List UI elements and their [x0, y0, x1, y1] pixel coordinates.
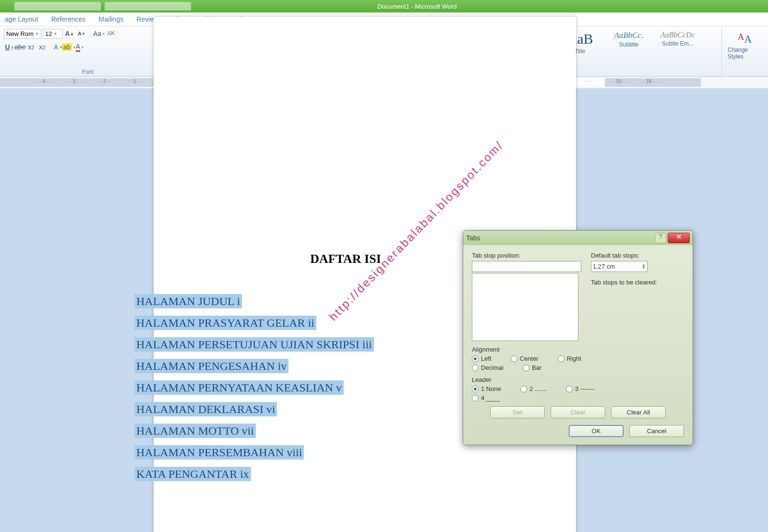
grow-font-icon[interactable]: A▲ — [64, 28, 75, 39]
style-tile[interactable]: AaBbCcDcSubtle Em... — [655, 28, 701, 49]
document-workspace[interactable]: DAFTAR ISI HALAMAN JUDUL iHALAMAN PRASYA… — [0, 89, 768, 532]
svg-text:A: A — [107, 30, 111, 37]
set-button[interactable]: Set — [490, 406, 545, 418]
align-right-radio[interactable]: Right — [558, 355, 581, 362]
cancel-button[interactable]: Cancel — [629, 425, 684, 437]
change-styles-group: AA Change Styles — [722, 26, 768, 76]
ribbon-tab[interactable]: References — [51, 15, 86, 23]
taskbar-tabs — [14, 2, 191, 11]
change-styles-button[interactable]: AA Change Styles — [726, 28, 764, 76]
tabs-dialog: Tabs ? ✕ Tab stop position: Default tab … — [463, 230, 693, 445]
group-label: Font — [4, 68, 172, 76]
font-size-combo[interactable]: 12▼ — [43, 29, 63, 39]
leader-3-radio[interactable]: 3 ------- — [566, 385, 595, 392]
leader-group-label: Leader — [472, 376, 684, 383]
font-color-icon[interactable]: A▾ — [74, 42, 85, 52]
leader-2-radio[interactable]: 2 ....... — [520, 385, 547, 392]
tab-stops-listbox[interactable] — [472, 273, 578, 341]
align-bar-radio[interactable]: Bar — [523, 364, 541, 371]
align-center-radio[interactable]: Center — [511, 355, 539, 362]
window-title: Document1 - Microsoft Word — [191, 3, 643, 10]
help-button[interactable]: ? — [655, 233, 666, 243]
underline-button[interactable]: U▾ — [4, 42, 14, 52]
close-button[interactable]: ✕ — [668, 233, 690, 243]
alignment-group-label: Alignment — [472, 346, 684, 353]
highlight-icon[interactable]: ab▾ — [63, 42, 74, 52]
ok-button[interactable]: OK — [569, 425, 624, 437]
leader-4-radio[interactable]: 4 ____ — [472, 394, 500, 402]
subscript-button[interactable]: x2 — [26, 42, 36, 52]
default-tab-stops-label: Default tab stops: — [591, 252, 684, 259]
clear-all-button[interactable]: Clear All — [611, 406, 666, 418]
taskbar-tab[interactable] — [105, 2, 191, 11]
dialog-title: Tabs — [466, 234, 655, 242]
align-left-radio[interactable]: Left — [472, 355, 492, 362]
dialog-titlebar[interactable]: Tabs ? ✕ — [463, 231, 693, 245]
clear-formatting-icon[interactable]: A — [106, 28, 116, 39]
font-group: New Rom▼ 12▼ A▲ A▼ Aa▾ A U▾ abe x2 x2 A▾… — [0, 26, 176, 76]
toc-line[interactable]: KATA PENGANTAR ix — [134, 468, 528, 481]
shrink-font-icon[interactable]: A▼ — [76, 28, 87, 39]
toc-line[interactable]: HALAMAN PERSEMBAHAN viii — [134, 446, 528, 459]
text-effects-icon[interactable]: A▾ — [52, 42, 63, 52]
tab-stop-position-label: Tab stop position: — [472, 252, 581, 259]
tab-stops-cleared-label: Tab stops to be cleared: — [591, 279, 684, 286]
leader-none-radio[interactable]: 1 None — [472, 385, 501, 392]
svg-text:A: A — [744, 33, 752, 45]
taskbar-tab[interactable] — [14, 2, 101, 11]
strikethrough-button[interactable]: abe — [15, 42, 25, 52]
spinner-arrows-icon[interactable]: ▲▼ — [642, 264, 646, 270]
clear-button[interactable]: Clear — [551, 406, 605, 418]
superscript-button[interactable]: x2 — [37, 42, 48, 52]
default-tab-stops-spinner[interactable]: 1,27 cm ▲▼ — [591, 261, 648, 272]
font-name-combo[interactable]: New Rom▼ — [4, 29, 41, 39]
align-decimal-radio[interactable]: Decimal — [472, 364, 504, 371]
ribbon-tab[interactable]: Mailings — [99, 15, 123, 23]
window-titlebar: Document1 - Microsoft Word — [0, 0, 768, 12]
style-tile[interactable]: AaBbCc.Subtitle — [606, 28, 652, 50]
change-case-icon[interactable]: Aa▾ — [94, 28, 104, 39]
svg-text:A: A — [738, 32, 744, 42]
ribbon-tab[interactable]: age Layout — [5, 15, 38, 23]
tab-stop-position-input[interactable] — [472, 261, 581, 272]
